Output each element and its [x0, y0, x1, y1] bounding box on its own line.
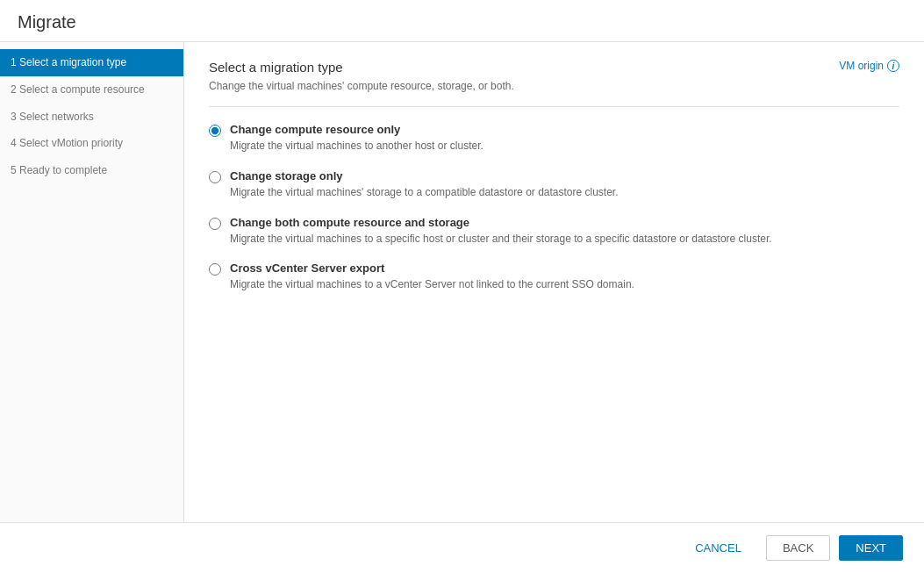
- content-header: Select a migration type VM origin i: [209, 60, 899, 75]
- sidebar-item-select-compute-resource[interactable]: 2 Select a compute resource: [0, 76, 183, 104]
- option-cross-vcenter: Cross vCenter Server exportMigrate the v…: [209, 261, 899, 292]
- radio-cross-vcenter[interactable]: [209, 263, 221, 276]
- sidebar-item-select-migration-type[interactable]: 1 Select a migration type: [0, 49, 183, 76]
- option-both: Change both compute resource and storage…: [209, 216, 899, 247]
- sidebar-item-ready-to-complete[interactable]: 5 Ready to complete: [0, 157, 183, 184]
- radio-both[interactable]: [209, 218, 221, 230]
- vm-origin-label: VM origin: [839, 60, 884, 72]
- option-label-both: Change both compute resource and storage: [230, 216, 772, 229]
- option-storage-only: Change storage onlyMigrate the virtual m…: [209, 169, 899, 200]
- option-label-cross-vcenter: Cross vCenter Server export: [230, 261, 634, 275]
- sidebar-item-select-networks[interactable]: 3 Select networks: [0, 104, 183, 131]
- option-desc-storage-only: Migrate the virtual machines' storage to…: [230, 185, 619, 200]
- next-button[interactable]: NEXT: [839, 535, 903, 561]
- radio-storage-only[interactable]: [209, 171, 221, 183]
- radio-compute-only[interactable]: [209, 125, 221, 137]
- option-label-compute-only: Change compute resource only: [230, 123, 483, 136]
- option-compute-only: Change compute resource onlyMigrate the …: [209, 123, 899, 154]
- option-desc-both: Migrate the virtual machines to a specif…: [230, 232, 772, 247]
- back-button[interactable]: BACK: [766, 535, 830, 561]
- cancel-button[interactable]: CANCEL: [679, 536, 757, 560]
- sidebar: 1 Select a migration type2 Select a comp…: [0, 42, 184, 522]
- footer: CANCEL BACK NEXT: [0, 522, 924, 573]
- page-title: Migrate: [18, 12, 906, 32]
- migration-options: Change compute resource onlyMigrate the …: [209, 123, 899, 292]
- option-desc-cross-vcenter: Migrate the virtual machines to a vCente…: [230, 277, 634, 292]
- content-subtitle: Change the virtual machines' compute res…: [209, 80, 899, 92]
- content-area: Select a migration type VM origin i Chan…: [184, 42, 924, 522]
- divider: [209, 106, 899, 107]
- info-icon: i: [887, 60, 899, 72]
- sidebar-item-select-vmotion-priority[interactable]: 4 Select vMotion priority: [0, 130, 183, 157]
- vm-origin-link[interactable]: VM origin i: [839, 60, 899, 72]
- option-desc-compute-only: Migrate the virtual machines to another …: [230, 139, 483, 154]
- page-header: Migrate: [0, 0, 924, 42]
- content-title: Select a migration type: [209, 60, 343, 75]
- main-content: 1 Select a migration type2 Select a comp…: [0, 42, 924, 522]
- option-label-storage-only: Change storage only: [230, 169, 619, 183]
